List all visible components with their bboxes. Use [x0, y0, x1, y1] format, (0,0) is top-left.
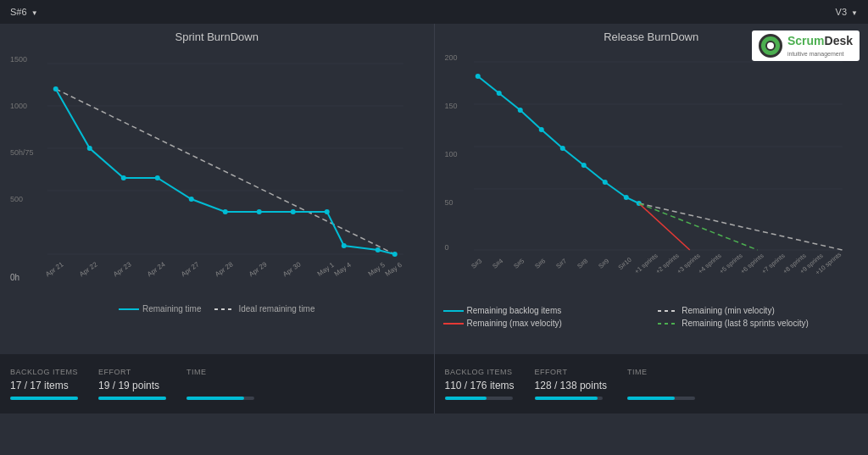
release-time-label: TIME [627, 368, 695, 376]
svg-line-44 [638, 203, 842, 250]
release-remaining-backlog-legend: Remaining backlog items [443, 306, 645, 315]
release-time-bar-container [627, 397, 695, 400]
release-backlog-label: BACKLOG ITEMS [445, 368, 515, 376]
sprint-ideal-line [214, 308, 235, 310]
svg-text:S#9: S#9 [597, 257, 610, 269]
sprint-remaining-label: Remaining time [142, 304, 201, 314]
release-max-line [443, 323, 464, 325]
release-effort-bar [535, 397, 598, 400]
sprint-remaining-legend: Remaining time [119, 304, 201, 314]
sprint-effort-bar [98, 397, 166, 400]
svg-point-11 [223, 209, 228, 214]
svg-text:Apr 22: Apr 22 [78, 260, 99, 278]
sprint-zero-label: 0h [10, 273, 19, 282]
svg-point-41 [602, 180, 607, 185]
svg-text:Apr 21: Apr 21 [44, 260, 65, 278]
sprint-backlog-bar [10, 397, 78, 400]
sprint-backlog-stat: BACKLOG ITEMS 17 / 17 items [10, 368, 78, 400]
svg-text:Apr 30: Apr 30 [281, 260, 303, 278]
svg-text:S#7: S#7 [554, 257, 568, 269]
logo-scrum: Scrum [787, 34, 825, 47]
sprint-time-bar-container [186, 397, 254, 400]
svg-point-36 [496, 91, 501, 96]
svg-point-6 [53, 86, 58, 92]
release-max-velocity-legend: Remaining (max velocity) [443, 319, 645, 328]
release-effort-label: EFFORT [535, 368, 607, 376]
svg-line-45 [638, 203, 689, 250]
version-label: V3 [836, 7, 847, 17]
sprint-ideal-label: Ideal remaining time [238, 304, 314, 314]
svg-point-35 [475, 74, 480, 79]
release-min-velocity-legend: Remaining (min velocity) [658, 306, 860, 315]
y-label-1500: 1500 [10, 55, 27, 64]
svg-line-5 [56, 89, 395, 254]
svg-point-9 [155, 175, 160, 180]
version-selector[interactable]: V3 ▼ [836, 7, 858, 17]
sprint-chart-title: Sprint BurnDown [8, 31, 426, 43]
release-time-stat: TIME [627, 368, 695, 400]
svg-text:Apr 27: Apr 27 [180, 260, 201, 278]
release-min-label: Remaining (min velocity) [682, 306, 774, 315]
sprint-backlog-label: BACKLOG ITEMS [10, 368, 78, 376]
sprint-stats-panel: BACKLOG ITEMS 17 / 17 items EFFORT 19 / … [0, 354, 435, 413]
sprint-time-value [186, 380, 254, 391]
release-backlog-bar [445, 397, 487, 400]
release-backlog-line [443, 310, 464, 312]
sprint-effort-label: EFFORT [98, 368, 166, 376]
charts-row: Sprint BurnDown 0h 1500 1000 50h/75 500 [0, 24, 868, 354]
svg-text:S#6: S#6 [533, 257, 547, 269]
svg-point-15 [342, 243, 347, 248]
svg-text:May 1: May 1 [316, 261, 336, 278]
sprint-remaining-line [119, 308, 139, 310]
svg-point-42 [623, 195, 628, 200]
sprint-effort-bar-container [98, 397, 166, 400]
release-time-bar [627, 397, 675, 400]
sprint-backlog-value: 17 / 17 items [10, 380, 78, 391]
svg-point-10 [189, 197, 194, 202]
sprint-effort-value: 19 / 19 points [98, 380, 166, 391]
sprint-selector[interactable]: S#6 ▼ [10, 7, 38, 17]
sprint-time-stat: TIME [186, 368, 254, 400]
release-legend: Remaining backlog items Remaining (min v… [443, 306, 860, 328]
svg-point-17 [392, 252, 398, 257]
release-backlog-label: Remaining backlog items [467, 306, 562, 315]
release-effort-value: 128 / 138 points [535, 380, 607, 391]
sprint-backlog-bar-container [10, 397, 78, 400]
svg-text:S#4: S#4 [491, 257, 504, 269]
release-last8-label: Remaining (last 8 sprints velocity) [682, 319, 809, 328]
release-effort-stat: EFFORT 128 / 138 points [535, 368, 607, 400]
y-label-50h75: 50h/75 [10, 148, 34, 157]
svg-text:S#8: S#8 [576, 257, 589, 269]
svg-text:May 5: May 5 [367, 261, 387, 278]
logo-desk: Desk [825, 34, 853, 47]
svg-point-37 [517, 108, 522, 113]
release-time-value [627, 380, 695, 391]
svg-point-12 [257, 209, 262, 214]
sprint-label: S#6 [10, 7, 27, 17]
release-burndown-svg: S#3 S#4 S#5 S#6 S#7 S#8 S#9 S#10 +1 spri… [443, 47, 860, 292]
svg-text:S#3: S#3 [470, 257, 483, 269]
release-chart-area: 200 150 100 50 0 [443, 47, 860, 301]
sprint-chart-area: 0h 1500 1000 50h/75 500 [8, 47, 426, 301]
r-y-150: 150 [445, 102, 458, 110]
svg-point-16 [376, 247, 381, 252]
svg-text:S#5: S#5 [512, 257, 526, 269]
top-bar: S#6 ▼ V3 ▼ [0, 0, 868, 24]
sprint-time-bar [186, 397, 244, 400]
release-max-label: Remaining (max velocity) [467, 319, 562, 328]
sprint-legend: Remaining time Ideal remaining time [8, 304, 426, 314]
svg-text:May 4: May 4 [333, 261, 353, 278]
release-min-line [658, 310, 678, 312]
r-y-0: 0 [445, 243, 449, 252]
sprint-time-label: TIME [186, 368, 254, 376]
y-label-500: 500 [10, 195, 23, 203]
sprint-burndown-panel: Sprint BurnDown 0h 1500 1000 50h/75 500 [0, 24, 435, 354]
svg-point-13 [291, 209, 296, 214]
release-last8-legend: Remaining (last 8 sprints velocity) [658, 319, 860, 328]
r-y-100: 100 [445, 150, 458, 158]
y-label-1000: 1000 [10, 102, 27, 110]
bottom-stats: BACKLOG ITEMS 17 / 17 items EFFORT 19 / … [0, 354, 868, 413]
svg-text:Apr 24: Apr 24 [146, 260, 167, 278]
svg-text:Apr 23: Apr 23 [112, 260, 133, 278]
svg-point-39 [559, 146, 565, 151]
